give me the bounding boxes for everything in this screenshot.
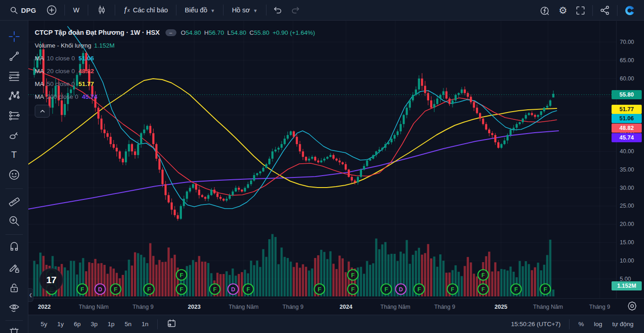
magnet-tool[interactable] bbox=[6, 239, 22, 255]
timeframe-button[interactable]: W bbox=[68, 2, 85, 18]
axis-settings-icon[interactable] bbox=[627, 301, 638, 313]
event-badge-F[interactable]: F bbox=[478, 284, 489, 295]
tradingview-watermark[interactable]: 17 bbox=[39, 268, 63, 292]
range-button-6p[interactable]: 6p bbox=[70, 319, 85, 329]
volume-legend-row[interactable]: Volume - Khối lượng 1.152M bbox=[35, 39, 315, 52]
zoom-in-tool[interactable] bbox=[6, 213, 22, 229]
svg-text:F: F bbox=[114, 286, 117, 293]
sidebar-collapse-handle[interactable]: ❮ bbox=[28, 288, 33, 302]
symbol-name: DPG bbox=[21, 6, 36, 14]
price-axis-label: 10.00 bbox=[620, 258, 634, 264]
ma-legend-row[interactable]: MA10 close 051.06 bbox=[35, 52, 315, 64]
event-badge-D[interactable]: D bbox=[396, 284, 406, 295]
legend-collapse-button[interactable] bbox=[35, 105, 50, 118]
symbol-title: CTCP Tập đoàn Đạt Phương · 1W · HSX bbox=[35, 29, 160, 36]
drawing-mode-lock-tool[interactable] bbox=[6, 260, 22, 276]
time-axis-label: Tháng 9 bbox=[282, 304, 303, 310]
undo-icon bbox=[273, 5, 283, 15]
time-axis[interactable]: 2022Tháng NămTháng 92023Tháng NămTháng 9… bbox=[28, 298, 644, 315]
hide-drawings-tool[interactable] bbox=[6, 300, 22, 316]
toolbar-separator bbox=[266, 5, 266, 16]
event-badge-D[interactable]: D bbox=[95, 284, 106, 295]
symbol-search-button[interactable]: DPG bbox=[5, 2, 42, 18]
svg-text:F: F bbox=[318, 286, 321, 293]
ma-legend-row[interactable]: MA200 close 045.74 bbox=[35, 90, 315, 103]
event-badge-F[interactable]: F bbox=[243, 284, 254, 295]
range-button-3p[interactable]: 3p bbox=[87, 319, 102, 329]
event-badge-F[interactable]: F bbox=[314, 284, 325, 295]
event-badge-F[interactable]: F bbox=[511, 284, 522, 295]
chart-style-button[interactable] bbox=[91, 2, 112, 18]
chart-layout-menu[interactable]: Biểu đồ ▼ bbox=[179, 2, 220, 18]
share-button[interactable] bbox=[596, 3, 614, 18]
lock-all-drawings-tool[interactable] bbox=[6, 280, 22, 296]
crosshair-tool[interactable] bbox=[6, 29, 22, 44]
log-scale-button[interactable]: log bbox=[590, 319, 606, 329]
event-badge-F[interactable]: F bbox=[176, 284, 187, 295]
event-badge-F[interactable]: F bbox=[348, 270, 358, 280]
event-badge-F[interactable]: F bbox=[348, 284, 358, 295]
session-clock[interactable]: 15:50:26 (UTC+7) bbox=[507, 319, 564, 329]
projection-tool[interactable] bbox=[6, 107, 22, 123]
indicators-button[interactable]: ƒx Các chỉ báo bbox=[118, 2, 173, 18]
time-axis-label: Tháng 9 bbox=[589, 304, 610, 310]
trend-line-tool[interactable] bbox=[6, 48, 22, 64]
toolbar-separator bbox=[569, 319, 569, 329]
alert-button[interactable] bbox=[535, 3, 554, 18]
event-badge-F[interactable]: F bbox=[210, 284, 220, 295]
symbol-legend-row[interactable]: CTCP Tập đoàn Đạt Phương · 1W · HSX – O5… bbox=[35, 26, 315, 39]
price-axis[interactable]: 70.0065.0060.0055.0050.0045.0040.0035.00… bbox=[616, 21, 644, 298]
range-button-1y[interactable]: 1y bbox=[53, 319, 68, 329]
indicators-label: Các chỉ báo bbox=[133, 6, 168, 14]
range-button-1p[interactable]: 1p bbox=[104, 319, 119, 329]
time-axis-label: Tháng Năm bbox=[229, 304, 258, 310]
redo-button[interactable] bbox=[287, 2, 304, 18]
brush-tool[interactable] bbox=[6, 127, 22, 143]
calendar-goto-icon bbox=[166, 318, 176, 328]
event-badge-F[interactable]: F bbox=[447, 284, 458, 295]
range-button-1n[interactable]: 1n bbox=[138, 319, 153, 329]
range-buttons: 5y1y6p3p1p5n1n bbox=[36, 319, 154, 329]
range-button-5y[interactable]: 5y bbox=[37, 319, 51, 329]
toolbar-separator bbox=[592, 5, 593, 16]
event-badge-F[interactable]: F bbox=[77, 284, 88, 295]
fib-retracement-tool[interactable] bbox=[6, 68, 22, 84]
settings-button[interactable]: ⚙ bbox=[554, 3, 571, 18]
ma-legend-row[interactable]: MA50 close 051.77 bbox=[35, 77, 315, 90]
remove-drawings-tool[interactable] bbox=[6, 324, 22, 333]
price-axis-label: 15.00 bbox=[620, 239, 634, 246]
emoji-tool[interactable] bbox=[6, 167, 22, 183]
alert-clock-icon bbox=[539, 5, 550, 16]
profile-menu[interactable]: Hồ sơ ▼ bbox=[226, 2, 263, 18]
compare-add-button[interactable] bbox=[42, 2, 62, 18]
toolbar-separator bbox=[176, 5, 176, 16]
hide-symbol-button[interactable]: – bbox=[165, 29, 176, 36]
auto-scale-button[interactable]: tự động bbox=[608, 319, 638, 329]
event-badge-F[interactable]: F bbox=[144, 284, 154, 295]
event-badge-F[interactable]: F bbox=[176, 270, 187, 280]
event-badge-D[interactable]: D bbox=[228, 284, 239, 295]
svg-text:F: F bbox=[180, 286, 183, 293]
measure-tool[interactable] bbox=[6, 193, 22, 208]
change-value: +0.90 (+1.64%) bbox=[272, 29, 315, 36]
price-badge: 48.82 bbox=[612, 124, 642, 133]
share-icon bbox=[600, 5, 610, 16]
go-to-date-button[interactable] bbox=[162, 317, 181, 332]
undo-button[interactable] bbox=[269, 2, 287, 18]
text-tool[interactable]: T bbox=[6, 147, 22, 162]
time-axis-label: 2023 bbox=[188, 304, 201, 310]
ma-legend-row[interactable]: MA20 close 048.82 bbox=[35, 64, 315, 77]
event-badge-F[interactable]: F bbox=[111, 284, 121, 295]
event-badge-F[interactable]: F bbox=[414, 284, 425, 295]
range-button-5n[interactable]: 5n bbox=[121, 319, 136, 329]
broker-c-logo-icon bbox=[623, 4, 637, 17]
event-badge-F[interactable]: F bbox=[540, 284, 551, 295]
sidebar-divider bbox=[5, 320, 23, 321]
toolbar-separator bbox=[64, 5, 65, 16]
broker-logo-button[interactable] bbox=[620, 3, 639, 18]
event-badge-F[interactable]: F bbox=[478, 270, 489, 280]
event-badge-F[interactable]: F bbox=[381, 284, 392, 295]
percent-scale-button[interactable]: % bbox=[574, 319, 588, 329]
fullscreen-button[interactable] bbox=[571, 3, 590, 18]
xabcd-pattern-tool[interactable] bbox=[6, 88, 22, 103]
